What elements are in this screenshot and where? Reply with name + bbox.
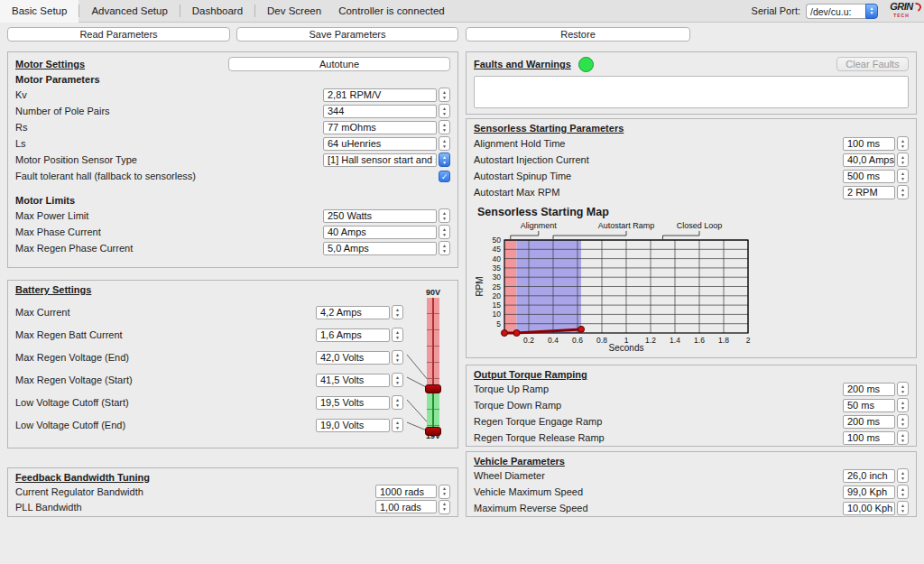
- stepper-icon[interactable]: ▲▼: [439, 225, 450, 239]
- serial-port-label: Serial Port:: [752, 5, 800, 16]
- max-phase-current-label: Max Phase Current: [15, 227, 323, 237]
- fault-log-textarea[interactable]: [474, 76, 909, 108]
- serial-port-select[interactable]: /dev/cu.u: ▲▼: [806, 4, 878, 19]
- max-regen-voltage-start-input[interactable]: [316, 374, 390, 387]
- stepper-icon[interactable]: ▲▼: [897, 468, 909, 483]
- param-row: Autostart Injection Current ▲▼: [474, 152, 909, 168]
- stepper-icon[interactable]: ▲▼: [897, 136, 909, 151]
- clear-faults-button[interactable]: Clear Faults: [836, 57, 909, 71]
- svg-text:0.4: 0.4: [548, 336, 559, 345]
- regen-release-ramp-input[interactable]: [843, 431, 895, 445]
- stepper-icon[interactable]: ▲▼: [439, 485, 450, 499]
- param-row: Kv ▲▼: [15, 87, 450, 103]
- svg-text:0.8: 0.8: [596, 336, 607, 345]
- chevron-up-down-icon[interactable]: ▲▼: [865, 4, 878, 19]
- svg-text:35: 35: [493, 264, 502, 273]
- stepper-icon[interactable]: ▲▼: [392, 373, 403, 387]
- autostart-max-rpm-input[interactable]: [843, 186, 895, 199]
- tab-dashboard[interactable]: Dashboard: [180, 0, 254, 23]
- max-regen-voltage-end-label: Max Regen Voltage (End): [15, 352, 316, 363]
- sensor-type-select[interactable]: [323, 153, 437, 167]
- battery-settings-title: Battery Settings: [15, 284, 450, 297]
- pole-pairs-input[interactable]: [323, 105, 437, 118]
- stepper-icon[interactable]: ▲▼: [897, 382, 909, 396]
- torque-up-ramp-input[interactable]: [843, 383, 895, 396]
- stepper-icon[interactable]: ▲▼: [897, 169, 909, 183]
- wheel-diameter-input[interactable]: [843, 469, 895, 483]
- autostart-injection-current-label: Autostart Injection Current: [474, 154, 843, 165]
- svg-text:15: 15: [493, 300, 502, 310]
- current-regulator-bandwidth-input[interactable]: [375, 485, 437, 498]
- stepper-icon[interactable]: ▲▼: [897, 185, 909, 199]
- stepper-icon[interactable]: ▲▼: [897, 414, 909, 429]
- max-power-input[interactable]: [323, 209, 437, 223]
- sensorless-starting-panel: Sensorless Starting Parameters Alignment…: [466, 118, 917, 358]
- stepper-icon[interactable]: ▲▼: [392, 305, 403, 319]
- torque-down-ramp-input[interactable]: [843, 399, 895, 412]
- pll-bandwidth-input[interactable]: [375, 500, 437, 513]
- tab-basic-setup[interactable]: Basic Setup: [0, 0, 79, 23]
- ls-input[interactable]: [323, 137, 437, 151]
- save-parameters-button[interactable]: Save Parameters: [236, 27, 458, 42]
- top-tab-bar: Basic Setup Advanced Setup Dashboard Dev…: [0, 0, 924, 23]
- stepper-icon[interactable]: ▲▼: [392, 350, 403, 365]
- alignment-hold-time-label: Alignment Hold Time: [474, 138, 843, 149]
- vehicle-max-speed-input[interactable]: [843, 485, 895, 499]
- fault-tolerant-checkbox[interactable]: ✓: [439, 171, 450, 182]
- pole-pairs-label: Number of Pole Pairs: [15, 106, 323, 116]
- read-parameters-button[interactable]: Read Parameters: [7, 27, 230, 42]
- max-regen-voltage-end-input[interactable]: [316, 351, 390, 365]
- vehicle-max-speed-label: Vehicle Maximum Speed: [474, 486, 843, 497]
- regen-voltage-handle[interactable]: [425, 384, 441, 393]
- max-regen-batt-current-input[interactable]: [316, 328, 390, 342]
- regen-engage-ramp-input[interactable]: [843, 415, 895, 429]
- stepper-icon[interactable]: ▲▼: [392, 395, 403, 410]
- low-voltage-cutoff-end-input[interactable]: [316, 419, 390, 432]
- chevron-up-down-icon[interactable]: ▲▼: [439, 153, 450, 167]
- autotune-button[interactable]: Autotune: [228, 57, 450, 71]
- feedback-bandwidth-panel: Feedback Bandwidth Tuning Current Regula…: [7, 467, 458, 517]
- stepper-icon[interactable]: ▲▼: [439, 88, 450, 102]
- motor-settings-panel: Motor Settings Autotune Motor Parameters…: [7, 51, 458, 268]
- rs-input[interactable]: [323, 121, 437, 134]
- stepper-icon[interactable]: ▲▼: [439, 136, 450, 151]
- max-phase-current-input[interactable]: [323, 226, 437, 239]
- torque-ramping-title: Output Torque Ramping: [474, 369, 909, 381]
- max-regen-phase-current-input[interactable]: [323, 242, 437, 255]
- param-row: Current Regulator Bandwidth ▲▼: [15, 484, 450, 499]
- cutoff-voltage-handle[interactable]: [425, 427, 441, 436]
- max-current-input[interactable]: [316, 306, 390, 319]
- voltage-slider-track[interactable]: [427, 298, 439, 431]
- max-regen-voltage-start-label: Max Regen Voltage (Start): [15, 374, 316, 385]
- motor-limits-header: Motor Limits: [15, 193, 450, 208]
- param-row: Low Voltage Cutoff (End) ▲▼: [15, 418, 403, 432]
- autostart-injection-current-input[interactable]: [843, 153, 895, 167]
- autostart-spinup-time-input[interactable]: [843, 170, 895, 183]
- stepper-icon[interactable]: ▲▼: [897, 430, 909, 445]
- param-row: Regen Torque Engage Ramp ▲▼: [474, 413, 909, 430]
- stepper-icon[interactable]: ▲▼: [439, 104, 450, 118]
- kv-input[interactable]: [323, 88, 437, 102]
- low-voltage-cutoff-start-input[interactable]: [316, 396, 390, 410]
- stepper-icon[interactable]: ▲▼: [439, 208, 450, 223]
- low-voltage-cutoff-end-label: Low Voltage Cutoff (End): [15, 420, 316, 430]
- alignment-hold-time-input[interactable]: [843, 137, 895, 151]
- sensorless-parameters-title: Sensorless Starting Parameters: [474, 123, 909, 135]
- fault-tolerant-label: Fault tolerant hall (fallback to sensorl…: [15, 171, 439, 181]
- stepper-icon[interactable]: ▲▼: [439, 500, 450, 514]
- restore-button[interactable]: Restore: [466, 27, 690, 42]
- stepper-icon[interactable]: ▲▼: [897, 501, 909, 515]
- stepper-icon[interactable]: ▲▼: [439, 241, 450, 255]
- sensor-type-label: Motor Position Sensor Type: [15, 154, 323, 165]
- stepper-icon[interactable]: ▲▼: [439, 120, 450, 134]
- tab-advanced-setup[interactable]: Advanced Setup: [79, 0, 179, 23]
- pll-bandwidth-label: PLL Bandwidth: [15, 502, 375, 513]
- stepper-icon[interactable]: ▲▼: [392, 328, 403, 342]
- stepper-icon[interactable]: ▲▼: [897, 398, 909, 412]
- stepper-icon[interactable]: ▲▼: [897, 485, 909, 499]
- stepper-icon[interactable]: ▲▼: [392, 418, 403, 432]
- torque-ramping-panel: Output Torque Ramping Torque Up Ramp ▲▼ …: [466, 365, 917, 447]
- tab-dev-screen[interactable]: Dev Screen: [255, 0, 333, 23]
- max-reverse-speed-input[interactable]: [843, 502, 895, 515]
- stepper-icon[interactable]: ▲▼: [897, 153, 909, 167]
